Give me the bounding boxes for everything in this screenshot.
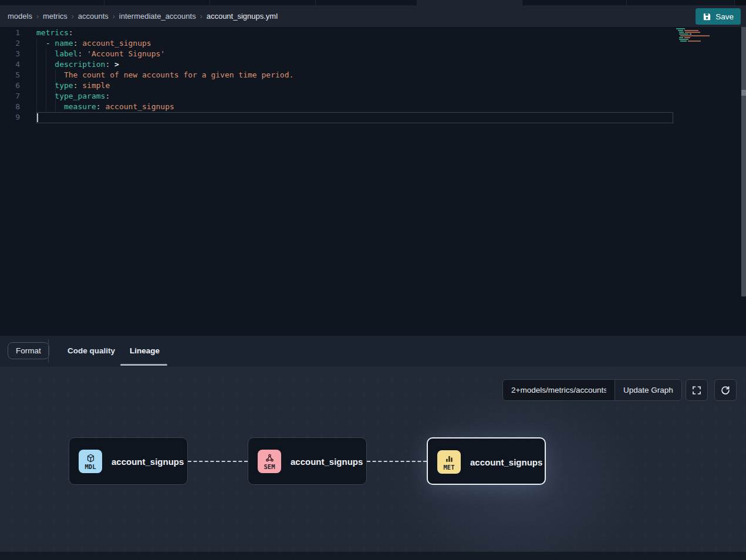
tab-code-quality[interactable]: Code quality — [67, 342, 115, 359]
editor-scrollbar-thumb[interactable] — [741, 90, 746, 96]
bottom-panel: Format Code quality Lineage Update Graph — [0, 336, 746, 560]
minimap[interactable] — [675, 28, 711, 42]
line-number: 5 — [0, 70, 20, 80]
node-badge-met: MET — [437, 450, 461, 474]
code-text: label: 'Account Signups' — [20, 49, 165, 59]
chevron-separator-icon: › — [196, 12, 207, 21]
node-badge-label: MDL — [85, 464, 96, 470]
minimap-row — [675, 33, 711, 35]
node-badge-label: MET — [444, 464, 455, 471]
line-number: 1 — [0, 28, 20, 38]
active-tab-underline — [120, 364, 167, 366]
code-editor[interactable]: 1metrics:2 - name: account_signups3 labe… — [0, 27, 746, 336]
bar-chart-icon — [444, 454, 454, 464]
refresh-icon — [721, 386, 730, 395]
lineage-canvas[interactable]: Update Graph — [0, 367, 746, 552]
minimap-row — [675, 37, 711, 38]
line-number: 4 — [0, 59, 20, 70]
code-line[interactable]: 6 type: simple — [0, 80, 746, 91]
file-tab[interactable] — [522, 0, 627, 5]
fullscreen-icon — [692, 386, 701, 395]
indent-guide — [55, 70, 56, 112]
code-text: metrics: — [20, 28, 73, 38]
panel-divider — [48, 339, 49, 363]
current-line-highlight — [36, 112, 673, 123]
cube-icon — [86, 453, 96, 464]
file-tab[interactable] — [316, 0, 417, 5]
code-text: type: simple — [20, 80, 110, 91]
minimap-row — [675, 39, 711, 40]
code-line[interactable]: 4 description: > — [0, 59, 746, 70]
code-text: The count of new accounts for a given ti… — [20, 70, 293, 80]
code-line[interactable]: 2 - name: account_signups — [0, 38, 746, 49]
file-tab[interactable] — [0, 0, 104, 5]
ide-window: models › metrics › accounts › intermedia… — [0, 0, 746, 560]
code-line[interactable]: 5 The count of new accounts for a given … — [0, 70, 746, 80]
breadcrumb-bar: models › metrics › accounts › intermedia… — [0, 5, 746, 27]
file-tab-strip — [0, 0, 746, 5]
breadcrumb-item-metrics[interactable]: metrics — [43, 12, 67, 21]
indent-guide — [36, 38, 37, 112]
minimap-row — [675, 32, 711, 33]
tab-lineage[interactable]: Lineage — [130, 342, 160, 359]
node-label: account_signups — [291, 438, 363, 485]
lineage-selector-input[interactable] — [502, 379, 615, 401]
line-number: 7 — [0, 91, 20, 102]
file-tab[interactable] — [104, 0, 210, 5]
code-text — [20, 112, 36, 123]
breadcrumb-item-intermediate-accounts[interactable]: intermediate_accounts — [119, 12, 196, 21]
lineage-node-model[interactable]: MDL account_signups — [69, 437, 188, 485]
code-text: type_params: — [20, 91, 110, 102]
line-number: 2 — [0, 38, 20, 49]
node-badge-mdl: MDL — [79, 450, 102, 473]
lineage-node-semantic-model[interactable]: SEM account_signups — [248, 437, 367, 485]
fullscreen-button[interactable] — [686, 379, 708, 401]
lineage-node-metric[interactable]: MET account_signups — [427, 437, 546, 485]
save-button[interactable]: Save — [696, 8, 741, 25]
lineage-edge — [188, 461, 248, 462]
code-line[interactable]: 1metrics: — [0, 28, 746, 38]
line-number: 9 — [0, 112, 20, 123]
editor-scrollbar[interactable] — [741, 27, 746, 296]
lineage-edge — [367, 461, 427, 462]
code-lines: 1metrics:2 - name: account_signups3 labe… — [0, 28, 746, 123]
line-number: 8 — [0, 102, 20, 112]
share-network-icon — [265, 453, 275, 464]
chevron-separator-icon: › — [109, 12, 119, 21]
node-badge-label: SEM — [264, 464, 275, 470]
code-text: - name: account_signups — [20, 38, 151, 49]
save-icon — [703, 12, 711, 21]
selector-group: Update Graph — [502, 379, 682, 401]
node-badge-sem: SEM — [258, 450, 281, 473]
minimap-row — [675, 41, 711, 42]
refresh-button[interactable] — [714, 379, 737, 401]
line-number: 6 — [0, 80, 20, 91]
save-button-label: Save — [715, 12, 734, 21]
file-tab[interactable] — [627, 0, 735, 5]
chevron-separator-icon: › — [32, 12, 43, 21]
code-text: description: > — [20, 59, 119, 70]
chevron-separator-icon: › — [67, 12, 78, 21]
update-graph-button[interactable]: Update Graph — [615, 379, 682, 401]
node-label: account_signups — [112, 438, 184, 485]
breadcrumb-item-file[interactable]: account_signups.yml — [207, 12, 278, 21]
breadcrumb-item-models[interactable]: models — [8, 12, 32, 21]
indent-guide — [46, 49, 46, 112]
file-tab[interactable] — [210, 0, 316, 5]
text-cursor — [37, 113, 38, 122]
minimap-row — [675, 35, 711, 36]
minimap-row — [675, 30, 711, 31]
format-button[interactable]: Format — [8, 342, 49, 359]
code-line[interactable]: 7 type_params: — [0, 91, 746, 102]
line-number: 3 — [0, 49, 20, 59]
minimap-row — [675, 28, 711, 29]
footer-bar — [0, 552, 746, 560]
breadcrumb-item-accounts[interactable]: accounts — [78, 12, 109, 21]
node-label: account_signups — [470, 438, 542, 486]
file-tab-active[interactable] — [417, 0, 522, 5]
code-line[interactable]: 8 measure: account_signups — [0, 102, 746, 112]
code-text: measure: account_signups — [20, 102, 174, 112]
code-line[interactable]: 3 label: 'Account Signups' — [0, 49, 746, 59]
